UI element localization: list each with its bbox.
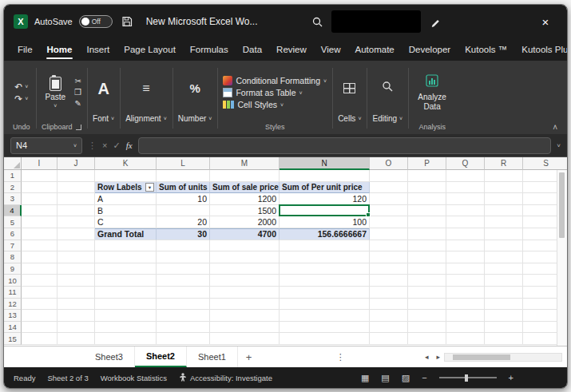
cell-I10[interactable]: [22, 275, 57, 287]
ribbon-tab-automate[interactable]: Automate: [348, 38, 402, 61]
cell-O7[interactable]: [370, 240, 408, 252]
cell-P13[interactable]: [408, 310, 446, 322]
cell-K14[interactable]: [95, 322, 157, 334]
ribbon-tab-data[interactable]: Data: [236, 38, 269, 61]
sheet-more-icon[interactable]: ⋮: [330, 346, 351, 367]
cell-L3[interactable]: 10: [157, 193, 210, 205]
cell-J1[interactable]: [57, 170, 95, 182]
select-all-corner[interactable]: [4, 157, 22, 170]
number-button[interactable]: Number˅: [178, 113, 212, 123]
cell-O3[interactable]: [370, 193, 408, 205]
cell-M12[interactable]: [210, 299, 280, 311]
cell-N11[interactable]: [280, 287, 370, 299]
column-header-Q[interactable]: Q: [446, 157, 485, 170]
sheet-tab-sheet3[interactable]: Sheet3: [84, 346, 135, 367]
cell-R10[interactable]: [485, 275, 523, 287]
cell-M4[interactable]: 1500: [210, 205, 280, 217]
cell-I5[interactable]: [22, 216, 57, 228]
cell-P9[interactable]: [408, 263, 446, 275]
cell-J7[interactable]: [57, 240, 95, 252]
cell-P3[interactable]: [408, 193, 446, 205]
cell-L2[interactable]: Sum of units: [157, 182, 210, 194]
cell-J2[interactable]: [57, 182, 95, 194]
page-layout-view-icon[interactable]: ▤: [381, 373, 389, 383]
cell-N9[interactable]: [280, 263, 370, 275]
cell-Q1[interactable]: [446, 170, 485, 182]
cell-J9[interactable]: [57, 263, 95, 275]
ribbon-tab-insert[interactable]: Insert: [79, 38, 117, 61]
row-header-11[interactable]: 11: [4, 287, 22, 299]
cell-M5[interactable]: 2000: [210, 216, 280, 228]
autosave-toggle[interactable]: Off: [79, 15, 113, 28]
ribbon-tab-kutools[interactable]: Kutools ™: [458, 38, 514, 61]
ribbon-tab-formulas[interactable]: Formulas: [183, 38, 236, 61]
cell-Q14[interactable]: [446, 322, 485, 334]
cell-P11[interactable]: [408, 287, 446, 299]
row-header-6[interactable]: 6: [4, 228, 22, 240]
cell-N4[interactable]: [280, 205, 370, 217]
scroll-left-icon[interactable]: ◂: [421, 346, 433, 367]
cell-R1[interactable]: [485, 170, 523, 182]
cell-O8[interactable]: [370, 251, 408, 263]
cell-N8[interactable]: [280, 251, 370, 263]
cell-K6[interactable]: Grand Total: [95, 228, 157, 240]
cell-I12[interactable]: [22, 299, 57, 311]
cell-styles-button[interactable]: Cell Styles ˅: [223, 100, 284, 109]
column-header-J[interactable]: J: [57, 157, 95, 170]
cell-I14[interactable]: [22, 322, 57, 334]
page-break-view-icon[interactable]: ▨: [402, 373, 410, 383]
cell-I15[interactable]: [22, 333, 57, 345]
row-header-1[interactable]: 1: [4, 170, 22, 182]
cell-O14[interactable]: [370, 322, 408, 334]
redo-dropdown-icon[interactable]: ˅: [25, 96, 28, 101]
cell-O12[interactable]: [370, 299, 408, 311]
alignment-button[interactable]: Alignment˅: [125, 113, 167, 123]
cell-Q7[interactable]: [446, 240, 485, 252]
cell-K3[interactable]: A: [95, 193, 157, 205]
sheet-tab-sheet2[interactable]: Sheet2: [135, 346, 187, 367]
cell-M6[interactable]: 4700: [210, 228, 280, 240]
workbook-statistics-button[interactable]: Workbook Statistics: [101, 374, 167, 382]
cell-K4[interactable]: B: [95, 205, 157, 217]
ribbon-tab-developer[interactable]: Developer: [402, 38, 458, 61]
cell-M14[interactable]: [210, 322, 280, 334]
row-header-13[interactable]: 13: [4, 310, 22, 322]
row-header-12[interactable]: 12: [4, 299, 22, 311]
cell-L11[interactable]: [157, 287, 210, 299]
cell-L6[interactable]: 30: [157, 228, 210, 240]
cell-N13[interactable]: [280, 310, 370, 322]
cell-O9[interactable]: [370, 263, 408, 275]
cell-Q3[interactable]: [446, 193, 485, 205]
cell-I9[interactable]: [22, 263, 57, 275]
format-painter-button[interactable]: ✎: [74, 99, 81, 109]
cell-R2[interactable]: [485, 182, 523, 194]
cell-I6[interactable]: [22, 228, 57, 240]
cell-N5[interactable]: 100: [280, 216, 370, 228]
cell-K8[interactable]: [95, 251, 157, 263]
cell-P10[interactable]: [408, 275, 446, 287]
status-sheet-info[interactable]: Sheet 2 of 3: [47, 374, 88, 382]
cell-P8[interactable]: [408, 251, 446, 263]
cell-O2[interactable]: [370, 182, 408, 194]
ribbon-tab-view[interactable]: View: [314, 38, 348, 61]
cell-R11[interactable]: [485, 287, 523, 299]
cell-K2[interactable]: Row Labels▼: [95, 182, 157, 194]
cell-L8[interactable]: [157, 251, 210, 263]
cell-K7[interactable]: [95, 240, 157, 252]
undo-dropdown-icon[interactable]: ˅: [25, 84, 28, 89]
cell-O15[interactable]: [370, 333, 408, 345]
row-header-3[interactable]: 3: [4, 193, 22, 205]
cell-K10[interactable]: [95, 275, 157, 287]
cell-Q15[interactable]: [446, 333, 485, 345]
cell-M2[interactable]: Sum of sale price: [210, 182, 280, 194]
cell-J5[interactable]: [57, 216, 95, 228]
column-header-M[interactable]: M: [210, 157, 280, 170]
cell-O6[interactable]: [370, 228, 408, 240]
accessibility-status[interactable]: Accessibility: Investigate: [179, 373, 272, 383]
cell-L7[interactable]: [157, 240, 210, 252]
cell-O5[interactable]: [370, 216, 408, 228]
cell-J10[interactable]: [57, 275, 95, 287]
cell-P4[interactable]: [408, 205, 446, 217]
cell-Q4[interactable]: [446, 205, 485, 217]
formula-input[interactable]: [138, 137, 552, 154]
